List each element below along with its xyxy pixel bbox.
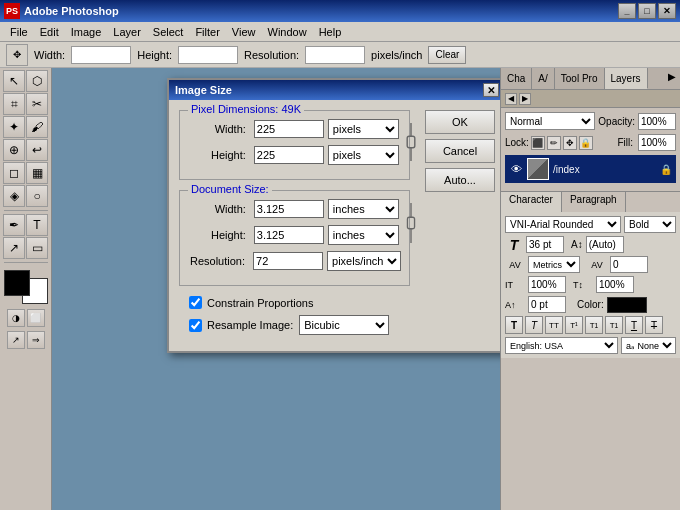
leading-input[interactable] xyxy=(586,236,624,253)
width-input[interactable] xyxy=(71,46,131,64)
color-swatch[interactable] xyxy=(607,297,647,313)
image-ready[interactable]: ⇒ xyxy=(27,331,45,349)
dodge-tool[interactable]: ○ xyxy=(26,185,48,207)
constrain-checkbox[interactable] xyxy=(189,296,202,309)
pixel-height-unit-select[interactable]: pixels percent xyxy=(328,145,399,165)
kerning-select[interactable]: Metrics Optical xyxy=(528,256,580,273)
toolbox: ↖ ⬡ ⌗ ✂ ✦ 🖌 ⊕ ↩ ◻ ▦ ◈ ○ ✒ T ↗ ▭ xyxy=(0,68,52,510)
gradient-tool[interactable]: ▦ xyxy=(26,162,48,184)
menu-help[interactable]: Help xyxy=(313,24,348,40)
resample-checkbox[interactable] xyxy=(189,319,202,332)
resolution-input[interactable] xyxy=(305,46,365,64)
eraser-tool[interactable]: ◻ xyxy=(3,162,25,184)
char-panel-content: VNI-Arial Rounded Bold Regular Italic T … xyxy=(501,212,680,358)
metrics-icon: AV xyxy=(505,260,525,270)
tab-channels[interactable]: Cha xyxy=(501,68,532,89)
opacity-input[interactable] xyxy=(638,113,676,130)
history-tool[interactable]: ↩ xyxy=(26,139,48,161)
resample-select[interactable]: Bicubic Nearest Neighbor Bilinear Bicubi… xyxy=(299,315,389,335)
resolution-input[interactable] xyxy=(253,252,323,270)
format-allcaps[interactable]: TT xyxy=(545,316,563,334)
foreground-color[interactable] xyxy=(4,270,30,296)
baseline-input[interactable] xyxy=(528,296,566,313)
antialiasing-select[interactable]: aₐ None Sharp Crisp Strong Smooth xyxy=(621,337,676,354)
scale-h-input[interactable] xyxy=(528,276,566,293)
format-smallcaps[interactable]: T¹ xyxy=(565,316,583,334)
format-underline[interactable]: T xyxy=(625,316,643,334)
pixel-width-input[interactable] xyxy=(254,120,324,138)
cancel-button[interactable]: Cancel xyxy=(425,139,495,163)
auto-button[interactable]: Auto... xyxy=(425,168,495,192)
color-swatches[interactable] xyxy=(4,270,48,304)
doc-height-input[interactable] xyxy=(254,226,324,244)
doc-width-unit-select[interactable]: inches cm mm pixels percent xyxy=(328,199,399,219)
lock-image[interactable]: ✏ xyxy=(547,136,561,150)
resolution-unit-select[interactable]: pixels/inch pixels/cm xyxy=(327,251,401,271)
tab-character[interactable]: Character xyxy=(501,192,562,212)
doc-height-unit-select[interactable]: inches cm mm pixels percent xyxy=(328,225,399,245)
language-select[interactable]: English: USA xyxy=(505,337,618,354)
scale-v-input[interactable] xyxy=(596,276,634,293)
select-tool[interactable]: ↗ xyxy=(3,237,25,259)
pixel-height-input[interactable] xyxy=(254,146,324,164)
tab-toolpresets[interactable]: Tool Pro xyxy=(555,68,605,89)
blur-tool[interactable]: ◈ xyxy=(3,185,25,207)
layer-visibility-icon[interactable]: 👁 xyxy=(509,162,523,176)
maximize-button[interactable]: □ xyxy=(638,3,656,19)
tab-layers[interactable]: Layers xyxy=(605,68,648,89)
font-weight-select[interactable]: Bold Regular Italic xyxy=(624,216,676,233)
slice-tool[interactable]: ✂ xyxy=(26,93,48,115)
heal-tool[interactable]: ✦ xyxy=(3,116,25,138)
panel-menu-btn[interactable]: ▶ xyxy=(664,68,680,89)
tracking-input[interactable] xyxy=(610,256,648,273)
format-strikethrough[interactable]: T xyxy=(645,316,663,334)
quick-mask-btn[interactable]: ◑ xyxy=(7,309,25,327)
font-size-input[interactable] xyxy=(526,236,564,253)
doc-width-input[interactable] xyxy=(254,200,324,218)
ok-button[interactable]: OK xyxy=(425,110,495,134)
font-family-select[interactable]: VNI-Arial Rounded xyxy=(505,216,621,233)
lock-position[interactable]: ✥ xyxy=(563,136,577,150)
standard-mode[interactable]: ↗ xyxy=(7,331,25,349)
pen-tool[interactable]: ✒ xyxy=(3,214,25,236)
menu-view[interactable]: View xyxy=(226,24,262,40)
font-row: VNI-Arial Rounded Bold Regular Italic xyxy=(505,216,676,233)
format-bold[interactable]: T xyxy=(505,316,523,334)
lock-transparency[interactable]: ⬛ xyxy=(531,136,545,150)
brush-tool[interactable]: 🖌 xyxy=(26,116,48,138)
text-tool[interactable]: T xyxy=(26,214,48,236)
screen-mode-btn[interactable]: ⬜ xyxy=(27,309,45,327)
expand-btn[interactable]: ▶ xyxy=(519,93,531,105)
tab-adjustments[interactable]: A/ xyxy=(532,68,554,89)
format-super[interactable]: T1 xyxy=(585,316,603,334)
layer-item[interactable]: 👁 /index 🔒 xyxy=(505,155,676,183)
fill-input[interactable] xyxy=(638,134,676,151)
minimize-button[interactable]: _ xyxy=(618,3,636,19)
menu-select[interactable]: Select xyxy=(147,24,190,40)
menu-file[interactable]: File xyxy=(4,24,34,40)
menu-edit[interactable]: Edit xyxy=(34,24,65,40)
pixel-width-unit-select[interactable]: pixels percent xyxy=(328,119,399,139)
close-button[interactable]: ✕ xyxy=(658,3,676,19)
blend-mode-select[interactable]: Normal Multiply Screen xyxy=(505,112,595,130)
format-sub[interactable]: T1 xyxy=(605,316,623,334)
format-italic[interactable]: T xyxy=(525,316,543,334)
svg-rect-6 xyxy=(407,136,415,147)
crop-tool[interactable]: ⌗ xyxy=(3,93,25,115)
collapse-btn[interactable]: ◀ xyxy=(505,93,517,105)
stamp-tool[interactable]: ⊕ xyxy=(3,139,25,161)
tool-icon[interactable]: ✥ xyxy=(6,44,28,66)
move-tool[interactable]: ↖ xyxy=(3,70,25,92)
layer-thumbnail xyxy=(527,158,549,180)
menu-image[interactable]: Image xyxy=(65,24,108,40)
menu-window[interactable]: Window xyxy=(262,24,313,40)
shape-tool[interactable]: ▭ xyxy=(26,237,48,259)
tab-paragraph[interactable]: Paragraph xyxy=(562,192,626,212)
lasso-tool[interactable]: ⬡ xyxy=(26,70,48,92)
lock-all[interactable]: 🔒 xyxy=(579,136,593,150)
menu-filter[interactable]: Filter xyxy=(189,24,225,40)
height-input[interactable] xyxy=(178,46,238,64)
menu-layer[interactable]: Layer xyxy=(107,24,147,40)
clear-button[interactable]: Clear xyxy=(428,46,466,64)
dialog-close-button[interactable]: ✕ xyxy=(483,83,499,97)
